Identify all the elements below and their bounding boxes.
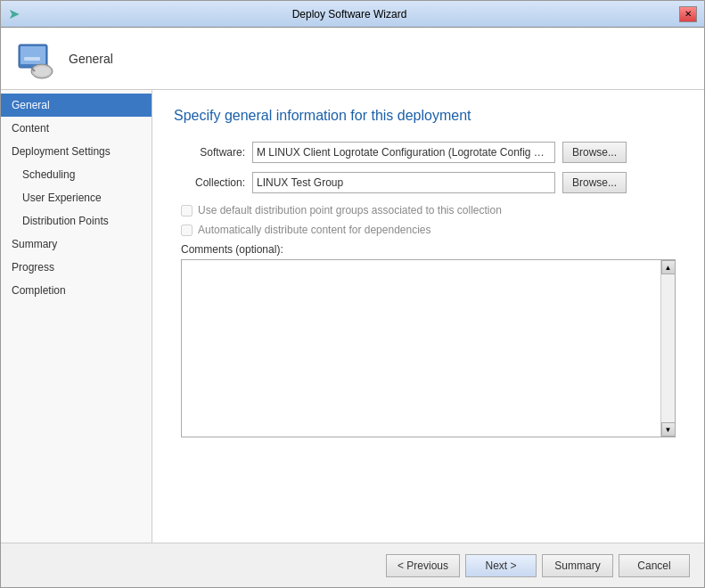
main-content: General Content Deployment Settings Sche… — [1, 90, 704, 543]
footer: < Previous Next > Summary Cancel — [1, 543, 704, 587]
checkbox2[interactable] — [181, 225, 193, 236]
sidebar-item-content[interactable]: Content — [1, 117, 152, 140]
svg-rect-5 — [24, 57, 40, 61]
scrollbar: ▲ ▼ — [660, 260, 675, 437]
sidebar-item-scheduling[interactable]: Scheduling — [1, 163, 152, 186]
scroll-up-button[interactable]: ▲ — [661, 260, 676, 274]
checkbox2-row: Automatically distribute content for dep… — [174, 224, 683, 236]
previous-button[interactable]: < Previous — [386, 554, 460, 577]
content-area: Specify general information for this dep… — [152, 90, 704, 543]
header-icon — [15, 37, 58, 80]
content-title: Specify general information for this dep… — [174, 108, 683, 124]
sidebar: General Content Deployment Settings Sche… — [1, 90, 152, 543]
scroll-down-button[interactable]: ▼ — [661, 422, 676, 437]
title-bar: ➤ Deploy Software Wizard ✕ — [1, 1, 704, 28]
close-button[interactable]: ✕ — [679, 6, 697, 22]
sidebar-item-summary[interactable]: Summary — [1, 233, 152, 256]
window-title: Deploy Software Wizard — [20, 8, 679, 20]
window-controls: ✕ — [679, 6, 697, 22]
svg-rect-1 — [20, 46, 45, 64]
cancel-button[interactable]: Cancel — [619, 554, 690, 577]
collection-browse-button[interactable]: Browse... — [562, 172, 627, 193]
title-bar-icon: ➤ — [8, 5, 20, 22]
sidebar-item-distribution-points[interactable]: Distribution Points — [1, 209, 152, 233]
checkbox1-row: Use default distribution point groups as… — [174, 204, 683, 216]
sidebar-item-general[interactable]: General — [1, 94, 152, 117]
comments-label: Comments (optional): — [174, 243, 683, 256]
software-label: Software: — [174, 146, 245, 159]
checkbox2-label: Automatically distribute content for dep… — [198, 224, 431, 236]
wizard-window: ➤ Deploy Software Wizard ✕ General Gener… — [0, 0, 705, 588]
header-section: General — [1, 28, 704, 90]
comments-wrapper: ▲ ▼ — [181, 259, 676, 437]
checkbox1-label: Use default distribution point groups as… — [198, 204, 502, 216]
sidebar-item-progress[interactable]: Progress — [1, 256, 152, 279]
comments-textarea[interactable] — [182, 260, 660, 437]
software-browse-button[interactable]: Browse... — [562, 142, 627, 163]
header-title: General — [69, 52, 113, 66]
collection-label: Collection: — [174, 176, 245, 189]
sidebar-item-user-experience[interactable]: User Experience — [1, 186, 152, 209]
sidebar-item-completion[interactable]: Completion — [1, 279, 152, 302]
software-row: Software: Browse... — [174, 142, 683, 163]
collection-input[interactable] — [252, 172, 555, 193]
collection-row: Collection: Browse... — [174, 172, 683, 193]
sidebar-item-deployment-settings[interactable]: Deployment Settings — [1, 140, 152, 163]
checkbox1[interactable] — [181, 205, 193, 216]
next-button[interactable]: Next > — [465, 554, 537, 577]
software-input[interactable] — [252, 142, 555, 163]
svg-point-3 — [33, 66, 51, 77]
summary-button[interactable]: Summary — [542, 554, 613, 577]
